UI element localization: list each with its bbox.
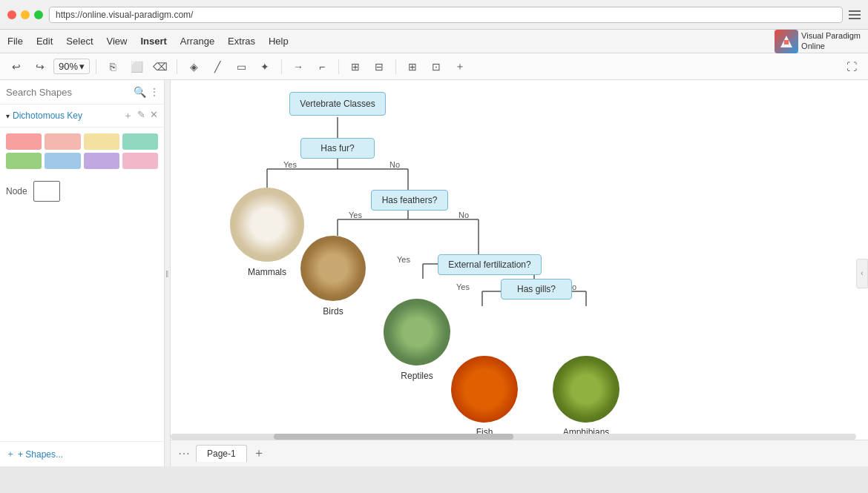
page-1-tab[interactable]: Page-1 [196, 445, 247, 462]
mammals-circle[interactable] [230, 188, 304, 262]
edit-category-icon[interactable]: ✎ [137, 109, 145, 122]
node-vertebrate-classes[interactable]: Vertebrate Classes [289, 92, 386, 116]
fit-button[interactable]: ⊡ [426, 56, 447, 77]
node-has-feathers-label: Has feathers? [382, 195, 438, 205]
swatch-pink-light[interactable] [122, 153, 158, 169]
swatch-teal[interactable] [122, 133, 158, 150]
birds-label: Birds [300, 306, 366, 317]
menu-bar: File Edit Select View Insert Arrange Ext… [0, 30, 868, 53]
shape-button[interactable]: ▭ [231, 56, 251, 77]
add-shapes-button[interactable]: ＋ + Shapes... [0, 441, 164, 466]
menu-insert[interactable]: Insert [140, 36, 166, 47]
swatch-green[interactable] [6, 153, 42, 169]
sidebar-collapse-handle[interactable]: ‖ [165, 80, 171, 466]
menu-select[interactable]: Select [66, 36, 93, 47]
horizontal-scrollbar[interactable] [171, 434, 856, 440]
swatch-pink[interactable] [6, 133, 42, 150]
main-layout: 🔍 ⋮ ▾ Dichotomous Key ＋ ✎ ✕ Node [0, 80, 868, 466]
svg-text:Yes: Yes [283, 160, 297, 169]
arrange-button[interactable]: ⊞ [345, 56, 366, 77]
toolbar-separator-5 [395, 59, 396, 74]
menu-extras[interactable]: Extras [228, 36, 255, 47]
waypoint-button[interactable]: ✦ [254, 56, 275, 77]
minimize-button[interactable] [21, 10, 30, 19]
connector2-button[interactable]: ⌐ [312, 56, 332, 77]
delete-button[interactable]: ⌫ [150, 56, 171, 77]
redo-button[interactable]: ↪ [30, 56, 50, 77]
url-bar[interactable]: https://online.visual-paradigm.com/ [49, 7, 843, 23]
ellipsis-icon[interactable]: ⋯ [178, 446, 190, 460]
node-has-fur[interactable]: Has fur? [300, 138, 375, 159]
category-header: ▾ Dichotomous Key ＋ ✎ ✕ [0, 105, 164, 128]
add-shapes-icon: ＋ [6, 448, 15, 460]
node-has-feathers[interactable]: Has feathers? [371, 190, 448, 211]
node-ext-fert[interactable]: External fertilization? [438, 254, 542, 275]
swatch-yellow[interactable] [84, 133, 119, 150]
category-title: Dichotomous Key [13, 110, 123, 121]
menu-file[interactable]: File [7, 36, 23, 47]
canvas-area[interactable]: Yes No Yes No Yes No Yes No Vertebrate C… [171, 80, 868, 466]
toolbar-separator-3 [281, 59, 282, 74]
canvas-collapse-handle[interactable]: ‹ [856, 259, 868, 288]
maximize-button[interactable] [34, 10, 43, 19]
chevron-icon[interactable]: ▾ [6, 112, 10, 120]
fullscreen-button[interactable]: ⛶ [841, 56, 862, 77]
menu-edit[interactable]: Edit [36, 36, 53, 47]
traffic-lights [7, 10, 43, 19]
title-bar: https://online.visual-paradigm.com/ [0, 0, 868, 30]
logo-icon [775, 30, 798, 53]
connector-button[interactable]: → [288, 56, 309, 77]
node-label: Node [6, 186, 27, 196]
url-text: https://online.visual-paradigm.com/ [56, 10, 193, 20]
swatch-lavender[interactable] [84, 153, 119, 169]
more-options-icon[interactable]: ⋮ [149, 86, 160, 98]
node-vertebrate-classes-label: Vertebrate Classes [300, 99, 375, 109]
node-ext-fert-label: External fertilization? [448, 259, 530, 270]
node-has-fur-label: Has fur? [320, 143, 354, 153]
close-category-icon[interactable]: ✕ [150, 109, 158, 122]
swatch-salmon[interactable] [45, 133, 80, 150]
fill-button[interactable]: ◈ [183, 56, 204, 77]
toolbar: ↩ ↪ 90% ▾ ⎘ ⬜ ⌫ ◈ ╱ ▭ ✦ → ⌐ ⊞ ⊟ ⊞ ⊡ ＋ ⛶ [0, 53, 868, 80]
fish-circle[interactable] [451, 356, 518, 423]
hamburger-menu[interactable] [849, 10, 861, 19]
search-icon[interactable]: 🔍 [134, 86, 146, 98]
sidebar: 🔍 ⋮ ▾ Dichotomous Key ＋ ✎ ✕ Node [0, 80, 165, 466]
mammals-label: Mammals [230, 267, 304, 277]
zoom-control[interactable]: 90% ▾ [53, 59, 90, 74]
reptiles-circle[interactable] [384, 299, 450, 365]
search-input[interactable] [6, 87, 131, 98]
grid-button[interactable]: ⊞ [402, 56, 423, 77]
undo-button[interactable]: ↩ [6, 56, 27, 77]
logo-text: Visual Paradigm Online [801, 31, 861, 50]
zoom-value: 90% [59, 61, 78, 72]
logo: Visual Paradigm Online [775, 30, 861, 53]
birds-circle[interactable] [300, 236, 366, 301]
align-button[interactable]: ⊟ [369, 56, 389, 77]
copy-button[interactable]: ⎘ [102, 56, 123, 77]
node-has-gills[interactable]: Has gills? [501, 279, 572, 300]
swatch-blue[interactable] [45, 153, 80, 169]
node-has-gills-label: Has gills? [517, 284, 556, 294]
add-shapes-label: + Shapes... [18, 449, 63, 460]
add-category-icon[interactable]: ＋ [123, 109, 133, 122]
search-bar: 🔍 ⋮ [0, 80, 164, 105]
add-button[interactable]: ＋ [450, 56, 470, 77]
line-button[interactable]: ╱ [207, 56, 228, 77]
add-page-button[interactable]: ＋ [253, 446, 265, 461]
shape-swatches [0, 128, 164, 175]
node-shape-preview[interactable] [33, 181, 60, 202]
svg-text:No: No [389, 160, 400, 169]
canvas: Yes No Yes No Yes No Yes No Vertebrate C… [171, 80, 868, 466]
menu-help[interactable]: Help [269, 36, 289, 47]
zoom-arrow-icon: ▾ [79, 61, 85, 72]
toolbar-separator-1 [96, 59, 96, 74]
close-button[interactable] [7, 10, 16, 19]
amphibians-circle[interactable] [553, 356, 619, 423]
menu-view[interactable]: View [107, 36, 128, 47]
toolbar-separator-2 [177, 59, 177, 74]
menu-arrange[interactable]: Arrange [180, 36, 214, 47]
paste-button[interactable]: ⬜ [126, 56, 147, 77]
horizontal-scroll-thumb[interactable] [274, 434, 513, 440]
svg-rect-1 [784, 40, 789, 44]
